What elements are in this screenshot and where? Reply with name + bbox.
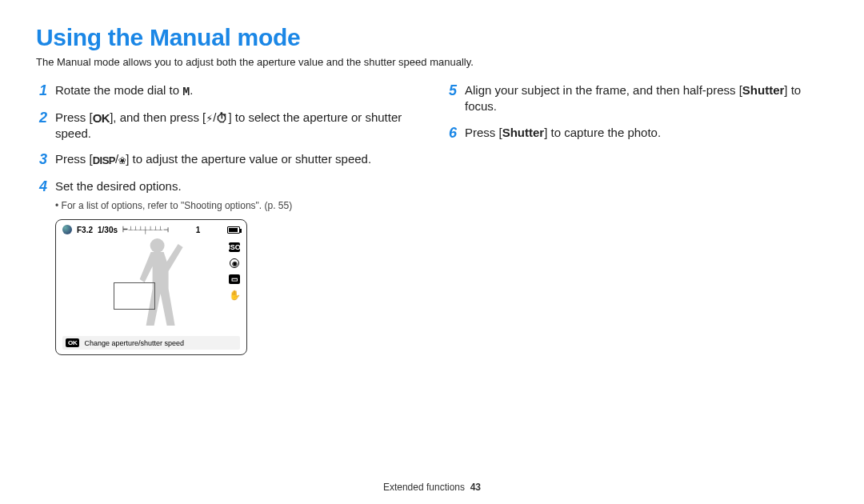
iso-icon: ISO xyxy=(229,242,240,252)
aperture-value: F3.2 xyxy=(77,226,93,234)
step-text: Press [DISP/❀] to adjust the aperture va… xyxy=(55,151,418,167)
screen-footer-text: Change aperture/shutter speed xyxy=(84,339,184,347)
page-title: Using the Manual mode xyxy=(36,24,828,51)
shutter-word: Shutter xyxy=(742,83,785,97)
step-4: 4 Set the desired options. xyxy=(36,178,418,196)
step-number: 2 xyxy=(36,110,47,127)
battery-icon xyxy=(227,226,240,234)
step-4-note: For a list of options, refer to "Shootin… xyxy=(55,200,418,211)
footer-page: 43 xyxy=(470,482,481,493)
step-6: 6 Press [Shutter] to capture the photo. xyxy=(446,125,828,142)
drive-icon: ▭ xyxy=(229,274,240,284)
step-5: 5 Align your subject in the frame, and t… xyxy=(446,82,828,115)
screen-header: F3.2 1/30s ⊢┴┴┴┼┴┴┴⊣ 1 xyxy=(62,225,240,234)
ok-icon: OK xyxy=(93,112,110,124)
step-text: Press [OK], and then press [⚡/⏱] to sele… xyxy=(55,110,418,142)
macro-icon: ❀ xyxy=(118,155,126,167)
timer-icon: ⏱ xyxy=(216,114,228,126)
ev-scale: ⊢┴┴┴┼┴┴┴⊣ xyxy=(122,226,169,234)
step-number: 6 xyxy=(446,125,457,142)
step-number: 1 xyxy=(36,82,47,100)
content-columns: 1 Rotate the mode dial to M. 2 Press [OK… xyxy=(36,82,828,355)
right-column: 5 Align your subject in the frame, and t… xyxy=(446,82,828,355)
step-2: 2 Press [OK], and then press [⚡/⏱] to se… xyxy=(36,110,418,142)
step-number: 3 xyxy=(36,151,47,169)
step-3: 3 Press [DISP/❀] to adjust the aperture … xyxy=(36,151,418,169)
footer-section: Extended functions xyxy=(383,482,465,493)
step-1: 1 Rotate the mode dial to M. xyxy=(36,82,418,100)
step-number: 5 xyxy=(446,82,457,100)
stabilizer-icon: ✋ xyxy=(229,290,240,300)
step-text: Press [Shutter] to capture the photo. xyxy=(465,125,828,141)
camera-screen-figure: F3.2 1/30s ⊢┴┴┴┼┴┴┴⊣ 1 ISO ◉ ▭ ✋ xyxy=(55,219,418,355)
focus-rectangle xyxy=(114,282,155,310)
ok-badge: OK xyxy=(66,338,79,347)
shutter-word: Shutter xyxy=(502,126,545,139)
flash-icon: ⚡ xyxy=(206,114,213,126)
step-text: Rotate the mode dial to M. xyxy=(55,82,418,98)
metering-icon: ◉ xyxy=(230,258,239,268)
mode-m-icon: M xyxy=(182,86,190,98)
screen-side-icons: ISO ◉ ▭ ✋ xyxy=(229,242,240,300)
disp-icon: DISP xyxy=(93,155,115,166)
left-column: 1 Rotate the mode dial to M. 2 Press [OK… xyxy=(36,82,418,355)
shot-counter: 1 xyxy=(196,226,201,234)
step-number: 4 xyxy=(36,178,47,196)
intro-text: The Manual mode allows you to adjust bot… xyxy=(36,56,828,68)
page-footer: Extended functions 43 xyxy=(0,482,864,493)
svg-point-0 xyxy=(150,238,165,253)
shutter-value: 1/30s xyxy=(98,226,118,234)
step-text: Align your subject in the frame, and the… xyxy=(465,82,828,115)
manual-page: Using the Manual mode The Manual mode al… xyxy=(0,0,864,504)
screen-footer: OK Change aperture/shutter speed xyxy=(62,336,240,350)
mode-indicator-icon xyxy=(62,225,72,234)
step-text: Set the desired options. xyxy=(55,178,418,194)
camera-screen: F3.2 1/30s ⊢┴┴┴┼┴┴┴⊣ 1 ISO ◉ ▭ ✋ xyxy=(55,219,247,355)
